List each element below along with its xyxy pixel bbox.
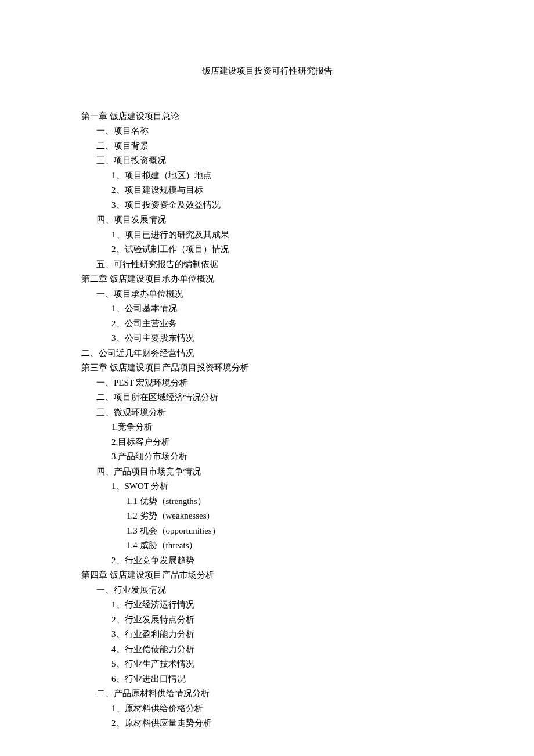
toc-line: 2.目标客户分析 [111,435,453,450]
toc-line: 3、公司主要股东情况 [111,331,453,346]
toc-line: 4、行业偿债能力分析 [111,642,453,657]
toc-line: 1.1 优势（strengths） [127,494,453,509]
toc-line: 四、产品项目市场竞争情况 [96,465,453,480]
toc-line: 1、项目拟建（地区）地点 [111,168,453,183]
toc-line: 1、SWOT 分析 [111,479,453,494]
toc-line: 1、项目已进行的研究及其成果 [111,228,453,243]
toc-line: 1.2 劣势（weaknesses） [127,509,453,524]
toc-line: 二、项目所在区域经济情况分析 [96,390,453,405]
toc-line: 1.3 机会（opportunities） [127,524,453,539]
toc-line: 一、PEST 宏观环境分析 [96,376,453,391]
toc-line: 第三章 饭店建设项目产品项目投资环境分析 [81,361,453,376]
toc-line: 五、可行性研究报告的编制依据 [96,257,453,272]
table-of-contents: 第一章 饭店建设项目总论一、项目名称二、项目背景三、项目投资概况1、项目拟建（地… [81,109,453,731]
toc-line: 二、产品原材料供给情况分析 [96,686,453,701]
toc-line: 第一章 饭店建设项目总论 [81,109,453,124]
toc-line: 四、项目发展情况 [96,213,453,228]
toc-line: 1、公司基本情况 [111,301,453,316]
toc-line: 1.4 威胁（threats） [127,538,453,553]
toc-line: 5、行业生产技术情况 [111,657,453,672]
toc-line: 2、行业竞争发展趋势 [111,553,453,568]
toc-line: 3、项目投资资金及效益情况 [111,198,453,213]
toc-line: 第二章 饭店建设项目承办单位概况 [81,272,453,287]
toc-line: 3、行业盈利能力分析 [111,627,453,642]
toc-line: 第四章 饭店建设项目产品市场分析 [81,568,453,583]
toc-line: 二、项目背景 [96,139,453,154]
toc-line: 三、微观环境分析 [96,405,453,420]
toc-line: 1、行业经济运行情况 [111,597,453,613]
toc-line: 1.竞争分析 [111,420,453,435]
toc-line: 2、公司主营业务 [111,316,453,332]
toc-line: 二、公司近几年财务经营情况 [81,346,453,361]
toc-line: 一、项目承办单位概况 [96,287,453,302]
toc-line: 一、项目名称 [96,124,453,139]
toc-line: 2、行业发展特点分析 [111,613,453,628]
toc-line: 1、原材料供给价格分析 [111,701,453,717]
document-title: 饭店建设项目投资可行性研究报告 [81,64,453,79]
toc-line: 一、行业发展情况 [96,583,453,598]
toc-line: 2、试验试制工作（项目）情况 [111,242,453,257]
toc-line: 三、项目投资概况 [96,153,453,168]
toc-line: 2、原材料供应量走势分析 [111,716,453,731]
toc-line: 3.产品细分市场分析 [111,449,453,465]
toc-line: 6、行业进出口情况 [111,672,453,687]
toc-line: 2、项目建设规模与目标 [111,183,453,198]
